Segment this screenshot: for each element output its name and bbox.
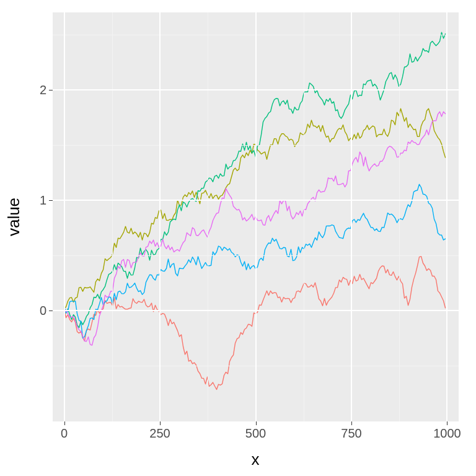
major-grid-x	[159, 12, 161, 421]
y-tick-mark	[49, 90, 53, 90]
x-tick-mark	[351, 421, 352, 425]
x-tick-label: 250	[149, 426, 170, 441]
x-tick-mark	[64, 421, 65, 425]
minor-grid-x	[304, 12, 304, 421]
y-tick-label: 2	[27, 83, 46, 97]
major-grid-y	[53, 200, 459, 201]
chart-container: x value 02505007501000012	[0, 0, 476, 476]
major-grid-x	[446, 12, 447, 421]
x-tick-label: 0	[61, 426, 68, 441]
x-tick-label: 1000	[433, 426, 461, 441]
minor-grid-x	[399, 12, 400, 421]
x-tick-mark	[256, 421, 257, 425]
major-grid-y	[53, 310, 459, 311]
x-tick-mark	[447, 421, 447, 425]
major-grid-x	[351, 12, 352, 421]
y-tick-mark	[49, 200, 53, 201]
y-tick-label: 1	[27, 193, 46, 208]
minor-grid-x	[208, 12, 208, 421]
major-grid-x	[64, 12, 65, 421]
x-tick-mark	[160, 421, 161, 425]
y-tick-label: 0	[27, 304, 46, 318]
major-grid-y	[53, 89, 459, 90]
x-tick-label: 750	[341, 426, 361, 441]
x-tick-label: 500	[245, 426, 266, 441]
x-axis-title: x	[252, 450, 260, 469]
y-axis-title: value	[4, 198, 24, 236]
minor-grid-x	[112, 12, 113, 421]
major-grid-x	[255, 12, 257, 421]
y-tick-mark	[49, 311, 53, 311]
plot-panel	[53, 12, 459, 421]
